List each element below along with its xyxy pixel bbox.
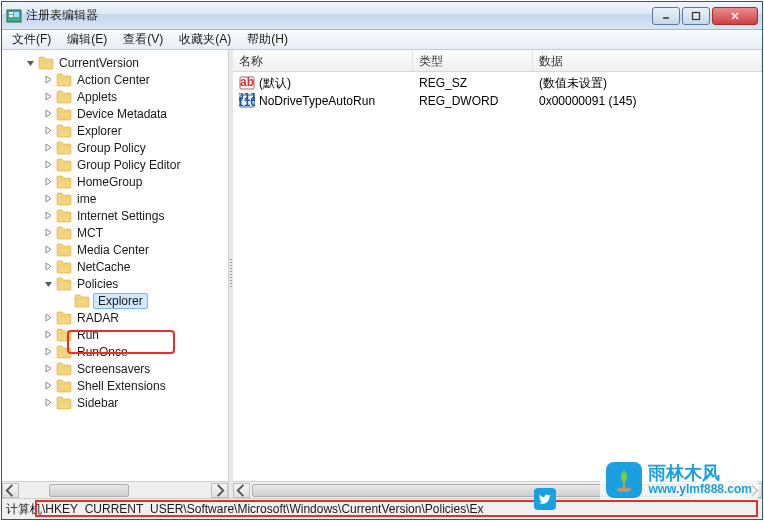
list-row[interactable]: 011110NoDriveTypeAutoRunREG_DWORD0x00000…: [233, 92, 762, 110]
tree-node-shell-extensions[interactable]: Shell Extensions: [2, 377, 228, 394]
folder-icon: [56, 226, 72, 240]
expander-closed-icon: [60, 295, 72, 307]
tree-node-run[interactable]: Run: [2, 326, 228, 343]
folder-icon: [74, 294, 90, 308]
tree-node-runonce[interactable]: RunOnce: [2, 343, 228, 360]
tree-label: Run: [75, 328, 101, 342]
content-area: CurrentVersionAction CenterAppletsDevice…: [2, 50, 762, 498]
expander-closed-icon[interactable]: [42, 227, 54, 239]
window-title: 注册表编辑器: [26, 7, 650, 24]
tree-node-ime[interactable]: ime: [2, 190, 228, 207]
tree-node-action-center[interactable]: Action Center: [2, 71, 228, 88]
expander-closed-icon[interactable]: [42, 244, 54, 256]
expander-closed-icon[interactable]: [42, 159, 54, 171]
menubar: 文件(F) 编辑(E) 查看(V) 收藏夹(A) 帮助(H): [2, 30, 762, 50]
column-data[interactable]: 数据: [533, 50, 762, 71]
tree-node-internet-settings[interactable]: Internet Settings: [2, 207, 228, 224]
scroll-left-button[interactable]: [2, 483, 19, 498]
tree-body[interactable]: CurrentVersionAction CenterAppletsDevice…: [2, 50, 228, 481]
folder-icon: [56, 73, 72, 87]
cell-type: REG_SZ: [413, 76, 533, 90]
list-body[interactable]: ab(默认)REG_SZ(数值未设置)011110NoDriveTypeAuto…: [233, 72, 762, 481]
expander-closed-icon[interactable]: [42, 346, 54, 358]
expander-closed-icon[interactable]: [42, 363, 54, 375]
expander-closed-icon[interactable]: [42, 91, 54, 103]
scroll-right-button[interactable]: [211, 483, 228, 498]
expander-closed-icon[interactable]: [42, 329, 54, 341]
expander-closed-icon[interactable]: [42, 193, 54, 205]
titlebar[interactable]: 注册表编辑器: [2, 2, 762, 30]
scroll-left-button[interactable]: [233, 483, 250, 498]
tree-label: Shell Extensions: [75, 379, 168, 393]
expander-closed-icon[interactable]: [42, 176, 54, 188]
list-row[interactable]: ab(默认)REG_SZ(数值未设置): [233, 74, 762, 92]
tree-label: Explorer: [75, 124, 124, 138]
list-header: 名称 类型 数据: [233, 50, 762, 72]
menu-help[interactable]: 帮助(H): [239, 29, 296, 50]
tree-node-screensavers[interactable]: Screensavers: [2, 360, 228, 377]
tree-node-policies[interactable]: Policies: [2, 275, 228, 292]
expander-closed-icon[interactable]: [42, 380, 54, 392]
tree-node-group-policy[interactable]: Group Policy: [2, 139, 228, 156]
tree-node-radar[interactable]: RADAR: [2, 309, 228, 326]
folder-icon: [56, 260, 72, 274]
tree-node-netcache[interactable]: NetCache: [2, 258, 228, 275]
cell-type: REG_DWORD: [413, 94, 533, 108]
tree-node-currentversion[interactable]: CurrentVersion: [2, 54, 228, 71]
tree-label: Group Policy: [75, 141, 148, 155]
svg-text:110: 110: [239, 95, 255, 109]
scroll-track[interactable]: [19, 483, 211, 498]
folder-icon: [56, 379, 72, 393]
menu-edit[interactable]: 编辑(E): [59, 29, 115, 50]
expander-closed-icon[interactable]: [42, 210, 54, 222]
folder-icon: [56, 362, 72, 376]
expander-closed-icon[interactable]: [42, 74, 54, 86]
expander-closed-icon[interactable]: [42, 261, 54, 273]
tree-node-sidebar[interactable]: Sidebar: [2, 394, 228, 411]
expander-closed-icon[interactable]: [42, 108, 54, 120]
folder-icon: [56, 311, 72, 325]
tree-node-device-metadata[interactable]: Device Metadata: [2, 105, 228, 122]
tree-node-explorer[interactable]: Explorer: [2, 122, 228, 139]
folder-icon: [56, 90, 72, 104]
tree-label: MCT: [75, 226, 105, 240]
folder-icon: [56, 328, 72, 342]
tree-node-mct[interactable]: MCT: [2, 224, 228, 241]
watermark-url: www.ylmf888.com: [648, 483, 752, 496]
tree-label: Device Metadata: [75, 107, 169, 121]
minimize-button[interactable]: [652, 7, 680, 25]
tree-node-explorer[interactable]: Explorer: [2, 292, 228, 309]
folder-icon: [56, 243, 72, 257]
menu-view[interactable]: 查看(V): [115, 29, 171, 50]
cell-data: (数值未设置): [533, 75, 762, 92]
list-panel: 名称 类型 数据 ab(默认)REG_SZ(数值未设置)011110NoDriv…: [233, 50, 762, 498]
expander-closed-icon[interactable]: [42, 142, 54, 154]
menu-file[interactable]: 文件(F): [4, 29, 59, 50]
tree-node-homegroup[interactable]: HomeGroup: [2, 173, 228, 190]
expander-closed-icon[interactable]: [42, 125, 54, 137]
column-name[interactable]: 名称: [233, 50, 413, 71]
tree-node-media-center[interactable]: Media Center: [2, 241, 228, 258]
expander-open-icon[interactable]: [42, 278, 54, 290]
expander-closed-icon[interactable]: [42, 397, 54, 409]
column-type[interactable]: 类型: [413, 50, 533, 71]
cell-data: 0x00000091 (145): [533, 94, 762, 108]
close-button[interactable]: [712, 7, 758, 25]
maximize-button[interactable]: [682, 7, 710, 25]
tree-label: Media Center: [75, 243, 151, 257]
value-name: (默认): [259, 75, 291, 92]
tree-label: NetCache: [75, 260, 132, 274]
folder-icon: [56, 345, 72, 359]
folder-icon: [56, 396, 72, 410]
menu-favorites[interactable]: 收藏夹(A): [171, 29, 239, 50]
watermark-text: 雨林木风 www.ylmf888.com: [648, 464, 752, 497]
statusbar: 计算机\HKEY_CURRENT_USER\Software\Microsoft…: [2, 498, 762, 519]
scroll-thumb[interactable]: [49, 484, 129, 497]
tree-node-group-policy-editor[interactable]: Group Policy Editor: [2, 156, 228, 173]
tree-hscrollbar[interactable]: [2, 481, 228, 498]
tree-node-applets[interactable]: Applets: [2, 88, 228, 105]
watermark: 雨林木风 www.ylmf888.com: [600, 460, 758, 500]
expander-open-icon[interactable]: [24, 57, 36, 69]
expander-closed-icon[interactable]: [42, 312, 54, 324]
folder-icon: [56, 124, 72, 138]
